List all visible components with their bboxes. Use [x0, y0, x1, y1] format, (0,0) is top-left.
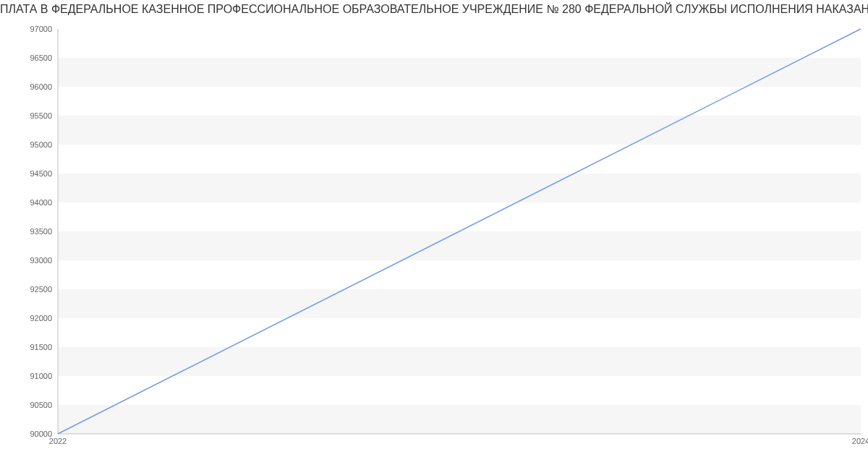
svg-rect-1: [58, 318, 861, 347]
y-tick-label: 90500: [9, 401, 52, 409]
svg-rect-3: [58, 202, 861, 231]
svg-rect-0: [58, 376, 861, 405]
y-tick-label: 97000: [9, 25, 52, 33]
y-tick-label: 95000: [9, 140, 52, 149]
svg-rect-2: [58, 260, 861, 289]
svg-rect-6: [58, 29, 861, 58]
x-tick-label: 2022: [49, 437, 67, 445]
y-tick-label: 92500: [9, 285, 52, 294]
svg-rect-5: [58, 87, 861, 116]
y-tick-label: 91500: [9, 343, 52, 351]
plot-svg: [58, 29, 861, 434]
y-tick-label: 94500: [9, 169, 52, 178]
y-tick-label: 96000: [9, 82, 52, 91]
x-tick-label: 2024: [852, 437, 868, 445]
chart-title: ПЛАТА В ФЕДЕРАЛЬНОЕ КАЗЕННОЕ ПРОФЕССИОНА…: [0, 3, 868, 16]
plot-area: [58, 29, 861, 434]
y-tick-label: 92000: [9, 314, 52, 322]
y-tick-label: 91000: [9, 372, 52, 380]
y-tick-label: 94000: [9, 198, 52, 207]
y-tick-label: 95500: [9, 111, 52, 120]
y-tick-label: 96500: [9, 54, 52, 62]
svg-rect-4: [58, 145, 861, 174]
y-tick-label: 93500: [9, 227, 52, 236]
y-tick-label: 93000: [9, 256, 52, 265]
y-tick-label: 90000: [9, 430, 52, 438]
